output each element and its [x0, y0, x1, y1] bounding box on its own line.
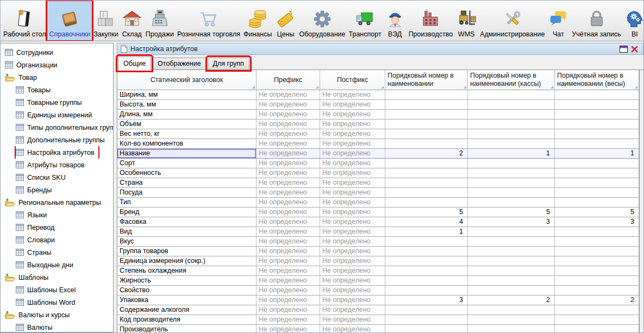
cell[interactable]: 3 [555, 217, 639, 227]
cell[interactable] [468, 286, 555, 295]
cell[interactable]: Не определено [320, 217, 385, 227]
cell[interactable]: Вес нетто, кг [117, 129, 257, 139]
cell[interactable] [385, 198, 468, 207]
cell[interactable]: Не определено [320, 247, 385, 256]
cell[interactable]: Не определено [257, 159, 320, 168]
cell[interactable]: Не определено [257, 198, 320, 207]
cell[interactable] [555, 178, 639, 187]
cell[interactable] [468, 227, 555, 236]
table-row-19[interactable]: Степень охлажденияНе определеноНе опреде… [117, 266, 639, 276]
cell[interactable]: 5 [385, 208, 468, 217]
sidebar-item-11[interactable]: Списки SKU [16, 171, 70, 184]
cell[interactable] [385, 110, 468, 119]
cell[interactable]: Не определено [257, 149, 320, 158]
cell[interactable] [555, 139, 639, 148]
sidebar-item-17[interactable]: Страны [16, 246, 55, 259]
cell[interactable] [555, 325, 639, 332]
cell[interactable] [468, 315, 555, 324]
table-row-11[interactable]: ПосудаНе определеноНе определено [117, 188, 639, 198]
cell[interactable]: Не определено [257, 256, 320, 266]
cell[interactable]: Не определено [257, 325, 320, 332]
toolbar-item-13[interactable]: WMS [454, 1, 478, 40]
cell[interactable] [468, 276, 555, 285]
cell[interactable]: Не определено [320, 139, 385, 148]
sidebar-item-22[interactable]: Валюты и курсы [5, 309, 73, 321]
cell[interactable]: 1 [555, 149, 639, 158]
cell[interactable]: Не определено [320, 237, 385, 246]
sidebar-item-20[interactable]: Шаблоны Excel [16, 284, 79, 296]
cell[interactable]: Не определено [257, 237, 320, 246]
cell[interactable]: Не определено [320, 227, 385, 236]
column-resize-handle[interactable] [464, 86, 466, 89]
table-row-25[interactable]: ПроизводительНе определеноНе определено [117, 325, 639, 332]
cell[interactable] [555, 266, 639, 275]
cell[interactable] [468, 129, 555, 139]
cell[interactable] [555, 159, 639, 168]
toolbar-item-10[interactable]: Транспорт [347, 1, 383, 40]
cell[interactable]: Не определено [257, 129, 320, 139]
cell[interactable] [385, 286, 468, 295]
cell[interactable]: Не определено [257, 188, 320, 197]
sidebar-item-16[interactable]: Словари [16, 234, 59, 246]
cell[interactable] [385, 168, 468, 178]
tab-2[interactable]: Отображение [152, 58, 206, 70]
cell[interactable]: Не определено [257, 315, 320, 324]
toolbar-item-12[interactable]: Производство [407, 1, 455, 40]
tab-3[interactable]: Для групп [208, 58, 249, 70]
column-header-1[interactable]: Статический заголовок [117, 70, 257, 90]
cell[interactable]: 5 [555, 208, 639, 217]
sidebar-item-9[interactable]: Настройка атрибутов [16, 146, 98, 159]
cell[interactable]: Степень охлаждения [117, 266, 257, 275]
table-row-6[interactable]: Кол-во компонентовНе определеноНе опреде… [117, 139, 639, 149]
cell[interactable]: Ширина, мм [117, 90, 257, 99]
cell[interactable]: Не определено [320, 178, 385, 187]
cell[interactable]: Не определено [257, 100, 320, 109]
cell[interactable]: 4 [385, 217, 468, 227]
cell[interactable] [468, 247, 555, 256]
cell[interactable]: 1 [385, 227, 468, 236]
toolbar-item-16[interactable]: Учётная запись [570, 1, 622, 40]
cell[interactable]: 2 [468, 296, 555, 305]
cell[interactable]: Не определено [320, 286, 385, 295]
cell[interactable]: Не определено [320, 159, 385, 168]
cell[interactable]: Не определено [320, 266, 385, 275]
cell[interactable]: Не определено [320, 90, 385, 99]
table-row-24[interactable]: Код производителяНе определеноНе определ… [117, 315, 639, 325]
cell[interactable] [555, 256, 639, 266]
cell[interactable]: Сорт [117, 159, 257, 168]
cell[interactable] [555, 247, 639, 256]
column-resize-handle[interactable] [551, 86, 553, 89]
cell[interactable] [555, 100, 639, 109]
cell[interactable] [468, 237, 555, 246]
cell[interactable]: Содержание алкоголя [117, 305, 257, 315]
cell[interactable] [468, 100, 555, 109]
cell[interactable] [555, 305, 639, 315]
table-row-9[interactable]: ОсобенностьНе определеноНе определено [117, 168, 639, 178]
cell[interactable] [385, 305, 468, 315]
sidebar-item-6[interactable]: Единицы измерений [16, 109, 96, 121]
cell[interactable]: Не определено [320, 325, 385, 332]
toolbar-item-5[interactable]: Продажи [144, 1, 176, 40]
cell[interactable]: Не определено [320, 110, 385, 119]
cell[interactable]: Не определено [257, 90, 320, 99]
toolbar-item-9[interactable]: Оборудование [297, 1, 347, 40]
cell[interactable] [555, 276, 639, 285]
toolbar-item-4[interactable]: Склад [120, 1, 144, 40]
cell[interactable] [468, 168, 555, 178]
table-row-12[interactable]: ТипНе определеноНе определено [117, 198, 639, 208]
cell[interactable]: Не определено [257, 139, 320, 148]
column-header-3[interactable]: Постфикс [320, 70, 385, 90]
cell[interactable]: Тип [117, 198, 257, 207]
cell[interactable]: Особенность [117, 168, 257, 178]
cell[interactable]: Не определено [257, 120, 320, 129]
cell[interactable] [555, 286, 639, 295]
cell[interactable] [555, 110, 639, 119]
cell[interactable]: Не определено [257, 305, 320, 315]
cell[interactable] [555, 168, 639, 178]
column-header-5[interactable]: Порядковый номер в наименовании (кассы) [468, 70, 555, 90]
sidebar-item-2[interactable]: Организации [5, 59, 61, 71]
cell[interactable]: Посуда [117, 188, 257, 197]
cell[interactable] [555, 120, 639, 129]
cell[interactable] [555, 90, 639, 99]
table-row-17[interactable]: Группа товаровНе определеноНе определено [117, 247, 639, 256]
